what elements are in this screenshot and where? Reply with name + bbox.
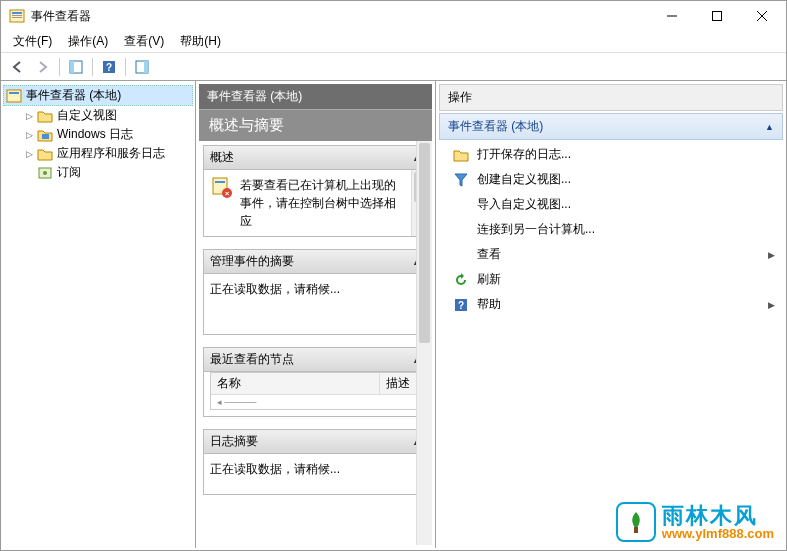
svg-rect-2 (12, 15, 22, 16)
tree-pane: 事件查看器 (本地) ▷ 自定义视图 ▷ Windows 日志 ▷ 应用程序和服… (1, 81, 196, 548)
col-name[interactable]: 名称 (211, 373, 380, 394)
svg-rect-15 (9, 92, 19, 94)
tree-item-label: 自定义视图 (57, 107, 117, 124)
panel-summary-header[interactable]: 管理事件的摘要 ▲ (204, 250, 427, 274)
svg-rect-9 (70, 61, 74, 73)
action-help[interactable]: ? 帮助 ▶ (439, 292, 783, 317)
action-view[interactable]: 查看 ▶ (439, 242, 783, 267)
svg-point-18 (43, 171, 47, 175)
show-actions-button[interactable] (130, 56, 154, 78)
panel-title: 概述 (210, 149, 234, 166)
action-label: 刷新 (477, 271, 501, 288)
back-button[interactable] (5, 56, 29, 78)
svg-rect-1 (12, 12, 22, 14)
panel-body: 正在读取数据，请稍候... (204, 274, 427, 334)
refresh-icon (453, 272, 469, 288)
close-button[interactable] (739, 2, 784, 30)
action-connect-computer[interactable]: 连接到另一台计算机... (439, 217, 783, 242)
tree-item-label: 订阅 (57, 164, 81, 181)
panel-title: 最近查看的节点 (210, 351, 294, 368)
tree-item-subscriptions[interactable]: 订阅 (3, 163, 193, 182)
panel-title: 管理事件的摘要 (210, 253, 294, 270)
actions-title: 操作 (439, 84, 783, 111)
actions-list: 打开保存的日志... 创建自定义视图... 导入自定义视图... 连接到另一台计… (439, 140, 783, 319)
menu-view[interactable]: 查看(V) (116, 31, 172, 52)
titlebar: 事件查看器 (1, 1, 786, 31)
action-label: 帮助 (477, 296, 501, 313)
blank-icon (453, 222, 469, 238)
center-header: 事件查看器 (本地) (199, 84, 432, 109)
tree-item-custom-views[interactable]: ▷ 自定义视图 (3, 106, 193, 125)
svg-text:?: ? (458, 300, 464, 311)
collapse-icon: ▲ (765, 122, 774, 132)
window-title: 事件查看器 (31, 8, 649, 25)
log-icon: × (210, 176, 234, 203)
maximize-button[interactable] (694, 2, 739, 30)
open-icon (453, 147, 469, 163)
svg-rect-14 (7, 90, 21, 102)
toolbar-separator (59, 58, 60, 76)
summary-text: 正在读取数据，请稍候... (210, 280, 421, 298)
center-pane: 事件查看器 (本地) 概述与摘要 概述 ▲ × 若要查看已在计算机上出现的事件，… (196, 81, 436, 548)
toolbar-separator (125, 58, 126, 76)
svg-rect-3 (12, 17, 22, 18)
logsum-text: 正在读取数据，请稍候... (210, 460, 421, 478)
overview-text: 若要查看已在计算机上出现的事件，请在控制台树中选择相应 (240, 176, 407, 230)
panel-overview: 概述 ▲ × 若要查看已在计算机上出现的事件，请在控制台树中选择相应 (203, 145, 428, 237)
panel-logsum: 日志摘要 ▲ 正在读取数据，请稍候... (203, 429, 428, 495)
svg-rect-20 (215, 181, 225, 183)
toolbar: ? (1, 53, 786, 81)
folder-icon (37, 108, 53, 124)
svg-rect-13 (144, 61, 148, 73)
menu-help[interactable]: 帮助(H) (172, 31, 229, 52)
actions-pane: 操作 事件查看器 (本地) ▲ 打开保存的日志... 创建自定义视图... 导入… (436, 81, 786, 548)
svg-rect-16 (42, 134, 49, 139)
subscription-icon (37, 165, 53, 181)
blank-icon (453, 197, 469, 213)
action-label: 查看 (477, 246, 501, 263)
menubar: 文件(F) 操作(A) 查看(V) 帮助(H) (1, 31, 786, 53)
action-create-custom-view[interactable]: 创建自定义视图... (439, 167, 783, 192)
action-label: 创建自定义视图... (477, 171, 571, 188)
blank-icon (453, 247, 469, 263)
tree-root[interactable]: 事件查看器 (本地) (3, 85, 193, 106)
svg-text:×: × (225, 189, 230, 198)
tree-item-label: 应用程序和服务日志 (57, 145, 165, 162)
tree-root-label: 事件查看器 (本地) (26, 87, 121, 104)
tree-item-app-logs[interactable]: ▷ 应用程序和服务日志 (3, 144, 193, 163)
folder-win-icon (37, 127, 53, 143)
panel-summary: 管理事件的摘要 ▲ 正在读取数据，请稍候... (203, 249, 428, 335)
minimize-button[interactable] (649, 2, 694, 30)
panel-logsum-header[interactable]: 日志摘要 ▲ (204, 430, 427, 454)
action-open-saved-log[interactable]: 打开保存的日志... (439, 142, 783, 167)
submenu-icon: ▶ (768, 300, 775, 310)
expander-icon[interactable]: ▷ (23, 110, 35, 122)
panel-recent: 最近查看的节点 ▲ 名称 描述 ◂ ───── (203, 347, 428, 417)
help-button[interactable]: ? (97, 56, 121, 78)
tree-item-windows-logs[interactable]: ▷ Windows 日志 (3, 125, 193, 144)
menu-file[interactable]: 文件(F) (5, 31, 60, 52)
scrollbar[interactable] (416, 141, 432, 545)
show-tree-button[interactable] (64, 56, 88, 78)
actions-group-header[interactable]: 事件查看器 (本地) ▲ (439, 113, 783, 140)
forward-button[interactable] (31, 56, 55, 78)
expander-icon[interactable]: ▷ (23, 129, 35, 141)
help-icon: ? (453, 297, 469, 313)
action-refresh[interactable]: 刷新 (439, 267, 783, 292)
panel-title: 日志摘要 (210, 433, 258, 450)
expander-icon[interactable]: ▷ (23, 148, 35, 160)
table-row[interactable]: ◂ ───── (211, 395, 420, 409)
table-header: 名称 描述 (211, 373, 420, 395)
content-area: 事件查看器 (本地) ▷ 自定义视图 ▷ Windows 日志 ▷ 应用程序和服… (1, 81, 786, 548)
panel-overview-header[interactable]: 概述 ▲ (204, 146, 427, 170)
event-viewer-icon (6, 88, 22, 104)
menu-action[interactable]: 操作(A) (60, 31, 116, 52)
col-desc[interactable]: 描述 (380, 373, 420, 394)
svg-rect-5 (712, 12, 721, 21)
action-import-custom-view[interactable]: 导入自定义视图... (439, 192, 783, 217)
actions-group-label: 事件查看器 (本地) (448, 118, 543, 135)
panel-recent-header[interactable]: 最近查看的节点 ▲ (204, 348, 427, 372)
recent-table: 名称 描述 ◂ ───── (210, 372, 421, 410)
panel-body: 正在读取数据，请稍候... (204, 454, 427, 494)
tree-item-label: Windows 日志 (57, 126, 133, 143)
